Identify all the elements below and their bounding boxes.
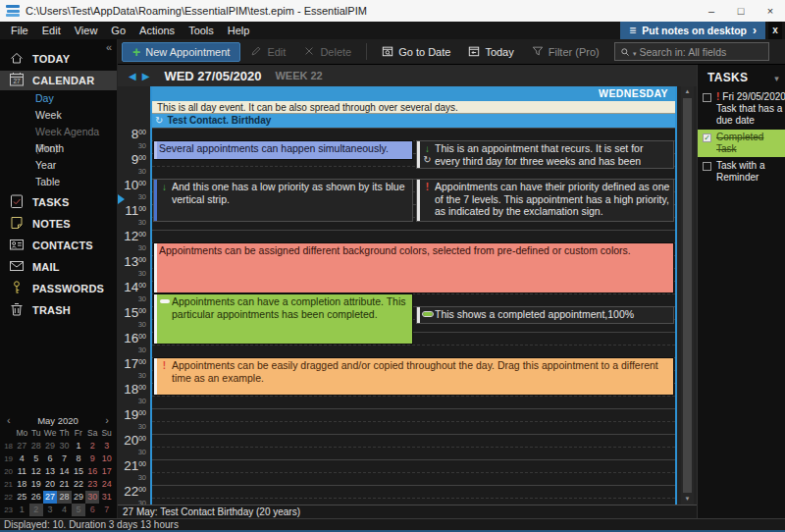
birthday-event[interactable]: Test Contact. Birthday bbox=[152, 114, 675, 128]
minical-day[interactable]: 28 bbox=[57, 491, 71, 504]
minical-day[interactable]: 1 bbox=[15, 504, 28, 516]
minical-day[interactable]: 3 bbox=[43, 504, 57, 516]
sidebar-item-contacts[interactable]: CONTACTS bbox=[0, 236, 117, 255]
minical-day[interactable]: 15 bbox=[72, 465, 85, 478]
minical-day[interactable]: 30 bbox=[57, 440, 71, 452]
minical-day[interactable]: 13 bbox=[43, 465, 57, 478]
appointment-high-priority[interactable]: !Appointments can have their priority de… bbox=[416, 179, 674, 222]
minical-day[interactable]: 20 bbox=[43, 478, 57, 491]
search-box[interactable] bbox=[614, 42, 769, 61]
task-item[interactable]: ✓Completed Task bbox=[698, 130, 785, 157]
minical-day[interactable]: 10 bbox=[99, 452, 113, 465]
hour-row[interactable] bbox=[152, 408, 675, 434]
scroll-up-icon[interactable] bbox=[681, 86, 694, 97]
sidebar-item-today[interactable]: TODAY bbox=[0, 49, 117, 69]
next-day-icon[interactable] bbox=[139, 70, 153, 81]
appointment-completed[interactable]: Appointments can have a completion attri… bbox=[153, 293, 413, 345]
appointment-simultaneous[interactable]: Several appointments can happen simultan… bbox=[153, 140, 413, 160]
search-input[interactable] bbox=[640, 46, 763, 58]
sidebar-item-passwords[interactable]: PASSWORDS bbox=[0, 279, 117, 298]
go-to-date-button[interactable]: Go to Date bbox=[374, 42, 458, 62]
minical-day[interactable]: 2 bbox=[29, 504, 43, 516]
minical-day[interactable]: 28 bbox=[29, 440, 43, 452]
sidebar-item-trash[interactable]: TRASH bbox=[0, 300, 117, 320]
menu-item-tools[interactable]: Tools bbox=[182, 22, 221, 39]
minical-day[interactable]: 29 bbox=[43, 440, 57, 452]
menu-item-go[interactable]: Go bbox=[104, 22, 132, 39]
filter-button[interactable]: Filter (Pro) bbox=[524, 42, 607, 62]
minical-day[interactable]: 6 bbox=[43, 452, 57, 465]
minical-day[interactable]: 4 bbox=[15, 452, 28, 465]
appointment-low-priority[interactable]: ↓And this one has a low priority as show… bbox=[153, 179, 413, 222]
sidebar-subitem-year[interactable]: Year bbox=[0, 157, 117, 174]
edit-button[interactable]: Edit bbox=[242, 42, 293, 62]
menu-item-view[interactable]: View bbox=[68, 22, 105, 39]
banner-close-button[interactable]: x bbox=[768, 22, 782, 39]
menu-item-edit[interactable]: Edit bbox=[35, 22, 68, 39]
prev-day-icon[interactable] bbox=[126, 70, 139, 81]
minical-day[interactable]: 23 bbox=[85, 478, 99, 491]
menu-item-help[interactable]: Help bbox=[221, 22, 257, 39]
minical-day[interactable]: 26 bbox=[29, 491, 43, 504]
task-checkbox[interactable] bbox=[703, 162, 711, 171]
minical-day[interactable]: 7 bbox=[57, 452, 71, 465]
sidebar-subitem-month[interactable]: Month bbox=[0, 140, 117, 157]
sidebar-subitem-table[interactable]: Table bbox=[0, 174, 117, 190]
task-checkbox[interactable]: ✓ bbox=[703, 133, 711, 142]
minical-day[interactable]: 27 bbox=[43, 491, 57, 504]
maximize-button[interactable]: □ bbox=[726, 0, 756, 22]
minical-day[interactable]: 5 bbox=[72, 504, 85, 516]
sidebar-subitem-week-agenda-pro[interactable]: Week Agenda (Pro) bbox=[0, 124, 117, 140]
tasks-dropdown-icon[interactable] bbox=[774, 71, 779, 84]
minical-day[interactable]: 30 bbox=[85, 491, 99, 504]
all-day-event[interactable]: This is all day event. It can be also sp… bbox=[152, 101, 675, 114]
appointment-recurring[interactable]: ↓↻This is an appointment that recurs. It… bbox=[416, 140, 674, 169]
minical-day[interactable]: 14 bbox=[57, 465, 71, 478]
vertical-scrollbar[interactable] bbox=[681, 86, 694, 505]
sidebar-item-mail[interactable]: MAIL bbox=[0, 257, 117, 277]
minical-day[interactable]: 16 bbox=[85, 465, 99, 478]
minimize-button[interactable]: – bbox=[697, 0, 726, 22]
hour-row[interactable] bbox=[152, 459, 675, 485]
minical-day[interactable]: 22 bbox=[72, 478, 85, 491]
appointment-draggable[interactable]: !Appointments can be easily dragged and/… bbox=[153, 357, 674, 396]
minical-day[interactable]: 27 bbox=[15, 440, 28, 452]
minical-day[interactable]: 11 bbox=[15, 465, 28, 478]
minical-day[interactable]: 9 bbox=[85, 452, 99, 465]
minical-day[interactable]: 29 bbox=[72, 491, 85, 504]
minical-day[interactable]: 17 bbox=[99, 465, 113, 478]
minical-day[interactable]: 7 bbox=[99, 504, 113, 516]
sidebar-item-calendar[interactable]: 27CALENDAR bbox=[0, 71, 117, 90]
sidebar-item-tasks[interactable]: TASKS bbox=[0, 192, 117, 212]
minical-day[interactable]: 5 bbox=[29, 452, 43, 465]
delete-button[interactable]: Delete bbox=[295, 42, 359, 62]
task-item[interactable]: !Fri 29/05/2020 Test Task that has a due… bbox=[698, 89, 785, 129]
scrollbar-thumb[interactable] bbox=[683, 98, 692, 493]
minical-day[interactable]: 6 bbox=[85, 504, 99, 516]
sidebar-subitem-day[interactable]: Day bbox=[0, 90, 117, 107]
hour-row[interactable] bbox=[152, 434, 675, 459]
new-appointment-button[interactable]: New Appointment bbox=[122, 42, 240, 62]
minical-day[interactable]: 19 bbox=[29, 478, 43, 491]
sidebar-subitem-week[interactable]: Week bbox=[0, 107, 117, 124]
scroll-down-icon[interactable] bbox=[681, 494, 694, 505]
minical-day[interactable]: 21 bbox=[57, 478, 71, 491]
menu-item-actions[interactable]: Actions bbox=[132, 22, 182, 39]
minical-day[interactable]: 12 bbox=[29, 465, 43, 478]
minical-day[interactable]: 25 bbox=[15, 491, 28, 504]
put-notes-banner[interactable]: Put notes on desktop bbox=[620, 22, 765, 39]
task-checkbox[interactable] bbox=[703, 93, 711, 102]
minical-day[interactable]: 24 bbox=[99, 478, 113, 491]
minical-next-icon[interactable] bbox=[105, 414, 109, 426]
minical-day[interactable]: 4 bbox=[57, 504, 71, 516]
appointment-background-colors[interactable]: Appointments can be assigned different b… bbox=[153, 242, 674, 293]
sidebar-collapse-icon[interactable] bbox=[106, 41, 112, 53]
menu-item-file[interactable]: File bbox=[4, 22, 35, 39]
today-button[interactable]: Today bbox=[460, 42, 521, 62]
close-button[interactable]: × bbox=[756, 0, 785, 22]
minical-day[interactable]: 18 bbox=[15, 478, 28, 491]
minical-day[interactable]: 31 bbox=[99, 491, 113, 504]
minical-day[interactable]: 1 bbox=[72, 440, 85, 452]
hour-row[interactable] bbox=[152, 485, 675, 505]
search-dropdown-icon[interactable] bbox=[633, 46, 637, 58]
